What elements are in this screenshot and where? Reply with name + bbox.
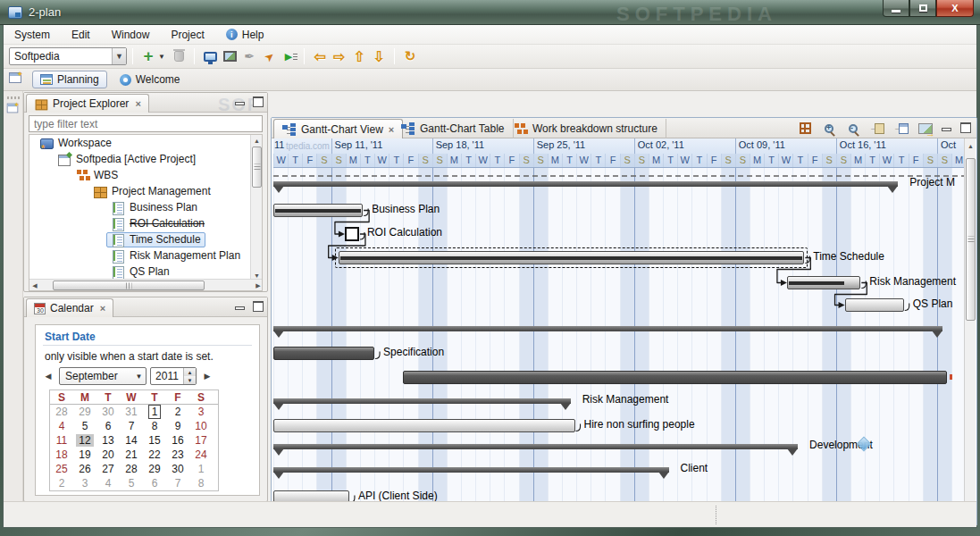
calendar-date[interactable]: 28 [120, 462, 143, 476]
calendar-date[interactable]: 10 [189, 419, 213, 433]
tree-item-softpedia-active-project[interactable]: Softpedia [Active Project] [29, 151, 263, 167]
tab-gantt-chart-table[interactable]: Gantt-Chart Table [393, 119, 514, 138]
calendar-date[interactable]: 7 [166, 476, 189, 490]
add-dropdown-button[interactable]: ▼ [158, 46, 169, 66]
calendar-date[interactable]: 12 [73, 433, 96, 448]
calendar-date[interactable]: 3 [73, 476, 96, 490]
calendar-date[interactable]: 24 [189, 448, 213, 462]
sync-button[interactable]: ↻ [400, 46, 420, 66]
scroll-to-task-button[interactable] [869, 121, 885, 136]
open-perspective-button[interactable]: ✦ [9, 72, 25, 87]
tab-work-breakdown-structure[interactable]: Work breakdown structure [506, 119, 666, 138]
calendar-date[interactable]: 4 [50, 419, 73, 433]
calendar-date[interactable]: 17 [189, 433, 213, 448]
export-image-button[interactable] [917, 121, 934, 136]
next-month-button[interactable]: ▶ [200, 368, 214, 384]
calendar-date[interactable]: 18 [50, 448, 73, 462]
maximize-button[interactable] [909, 0, 936, 17]
panel-minimize-icon[interactable] [940, 122, 951, 132]
prev-month-button[interactable]: ◀ [41, 368, 55, 384]
calendar-date[interactable]: 22 [143, 448, 166, 462]
attachment-button[interactable]: ✒ [239, 46, 259, 66]
calendar-date[interactable]: 30 [166, 462, 189, 476]
close-button[interactable]: X [936, 0, 974, 17]
tree-item-workspace[interactable]: Workspace [29, 135, 263, 151]
menu-help[interactable]: i Help [226, 29, 264, 41]
calendar-date[interactable]: 28 [50, 405, 73, 419]
nav-down-button[interactable]: ⇩ [369, 46, 389, 66]
calendar-date[interactable]: 25 [50, 462, 73, 476]
tab-calendar[interactable]: Calendar × [26, 298, 113, 317]
tree-vscrollbar[interactable]: ▲ ▼ [250, 135, 262, 281]
gantt-vscroll-thumb[interactable] [966, 158, 976, 321]
menu-system[interactable]: System [14, 29, 50, 41]
calendar-date[interactable]: 30 [96, 405, 120, 419]
panel-maximize-icon[interactable] [252, 96, 264, 106]
calendar-date[interactable]: 31 [120, 405, 143, 419]
nav-back-button[interactable]: ⇦ [310, 46, 330, 66]
scroll-left-icon[interactable]: ◀ [29, 280, 40, 291]
project-combo[interactable]: Softpedia ▼ [9, 47, 127, 65]
launch-button[interactable]: ➤ [259, 46, 279, 66]
calendar-date[interactable]: 29 [143, 462, 166, 476]
delete-button[interactable] [169, 46, 188, 66]
calendar-date[interactable]: 2 [50, 476, 73, 490]
tree-vscroll-thumb[interactable] [252, 147, 262, 188]
fast-view-icon[interactable]: ✦ [7, 104, 19, 113]
calendar-date[interactable]: 6 [96, 419, 120, 433]
scroll-up-icon[interactable]: ▲ [965, 140, 976, 151]
screenshot-button[interactable] [220, 46, 239, 66]
perspective-planning[interactable]: Planning [32, 71, 107, 88]
filter-input[interactable] [29, 116, 262, 131]
tree-item-roi-calculation[interactable]: ROI Calculation [29, 215, 263, 231]
panel-maximize-icon[interactable] [959, 122, 971, 132]
panel-maximize-icon[interactable] [252, 301, 264, 311]
calendar-date[interactable]: 5 [120, 476, 143, 490]
calendar-date[interactable]: 8 [189, 476, 213, 490]
calendar-date[interactable]: 5 [73, 419, 96, 433]
calendar-date[interactable]: 20 [96, 448, 120, 462]
rail-grip[interactable] [7, 96, 20, 99]
calendar-date[interactable]: 1 [143, 405, 166, 419]
nav-forward-button[interactable]: ⇨ [330, 46, 349, 66]
tree-item-time-schedule[interactable]: Time Schedule [29, 231, 263, 247]
menu-edit[interactable]: Edit [71, 29, 90, 41]
menu-project[interactable]: Project [171, 29, 204, 41]
grid-toggle-button[interactable] [797, 121, 813, 136]
minimize-button[interactable] [883, 0, 909, 17]
year-spinner[interactable]: 2011 ▲ ▼ [150, 367, 197, 385]
zoom-out-button[interactable]: - [845, 121, 861, 136]
tree-item-risk-management-plan[interactable]: Risk Management Plan [29, 247, 263, 264]
calendar-date[interactable]: 6 [143, 476, 166, 490]
tree-item-qs-plan[interactable]: QS Plan [29, 264, 263, 280]
zoom-in-button[interactable]: + [821, 121, 837, 136]
calendar-date[interactable]: 3 [189, 405, 213, 419]
calendar-date[interactable]: 11 [50, 433, 73, 448]
calendar-date[interactable]: 21 [120, 448, 143, 462]
calendar-date[interactable]: 27 [96, 462, 120, 476]
calendar-date[interactable]: 23 [166, 448, 189, 462]
tree-item-wbs[interactable]: WBS [29, 167, 263, 183]
panel-minimize-icon[interactable] [233, 301, 245, 311]
calendar-date[interactable]: 1 [189, 462, 213, 476]
scroll-up-icon[interactable]: ▲ [251, 135, 263, 146]
month-combo[interactable]: September ▼ [59, 367, 147, 385]
nav-up-button[interactable]: ⇧ [349, 46, 369, 66]
spin-down-icon[interactable]: ▼ [184, 376, 196, 384]
calendar-date[interactable]: 26 [73, 462, 96, 476]
calendar-date[interactable]: 8 [143, 419, 166, 433]
chevron-down-icon[interactable]: ▼ [112, 48, 126, 64]
calendar-date[interactable]: 2 [166, 405, 189, 419]
tree-hscrollbar[interactable]: ◀ ▶ [29, 279, 263, 290]
tab-gantt-chart-view[interactable]: Gantt-Chart View × [273, 119, 403, 138]
tree-item-business-plan[interactable]: Business Plan [29, 199, 263, 215]
spin-up-icon[interactable]: ▲ [184, 368, 196, 376]
gantt-vscrollbar[interactable]: ▲ ▼ [964, 138, 976, 513]
scroll-to-date-button[interactable] [893, 121, 909, 136]
show-view-button[interactable] [200, 46, 220, 66]
add-button[interactable]: + [138, 46, 158, 66]
calendar-date[interactable]: 16 [166, 433, 189, 448]
perspective-welcome[interactable]: Welcome [114, 73, 186, 86]
tree-hscroll-thumb[interactable] [53, 281, 205, 290]
calendar-date[interactable]: 4 [96, 476, 120, 490]
